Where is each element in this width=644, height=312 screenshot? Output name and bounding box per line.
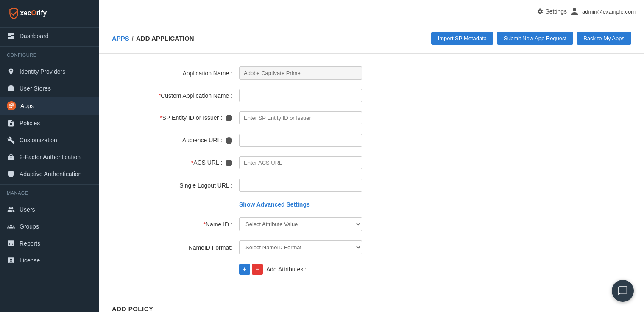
users-icon bbox=[7, 205, 15, 214]
user-avatar-icon bbox=[570, 7, 579, 16]
single-logout-row: Single Logout URL : bbox=[112, 179, 631, 192]
application-name-input[interactable] bbox=[239, 66, 362, 80]
sidebar-item-reports[interactable]: Reports bbox=[0, 235, 99, 252]
groups-icon bbox=[7, 222, 15, 231]
adaptive-auth-icon bbox=[7, 170, 15, 178]
content-area: APPS / ADD APPLICATION Import SP Metadat… bbox=[99, 23, 644, 312]
name-id-row: *Name ID : Select Attribute Value Email … bbox=[112, 217, 631, 231]
sp-entity-label: *SP Entity ID or Issuer : i bbox=[112, 114, 239, 122]
two-factor-label: 2-Factor Authentication bbox=[20, 154, 81, 160]
adaptive-auth-label: Adaptive Authentication bbox=[20, 171, 81, 177]
page-header: APPS / ADD APPLICATION Import SP Metadat… bbox=[99, 23, 644, 54]
application-name-label: Application Name : bbox=[112, 70, 239, 77]
sidebar-item-2fa[interactable]: 2-Factor Authentication bbox=[0, 149, 99, 166]
custom-app-name-input[interactable] bbox=[239, 89, 362, 102]
sidebar-item-adaptive-auth[interactable]: Adaptive Authentication bbox=[0, 166, 99, 182]
reports-label: Reports bbox=[20, 240, 40, 247]
logo-area: xecOrify bbox=[0, 0, 99, 28]
breadcrumb: APPS / ADD APPLICATION bbox=[112, 35, 194, 42]
breadcrumb-apps-link[interactable]: APPS bbox=[112, 35, 129, 42]
breadcrumb-current-page: ADD APPLICATION bbox=[136, 35, 194, 42]
name-id-select[interactable]: Select Attribute Value Email Username Ph… bbox=[239, 217, 362, 231]
license-icon bbox=[7, 256, 15, 265]
two-factor-icon bbox=[7, 153, 15, 161]
chat-fab-button[interactable] bbox=[612, 280, 634, 302]
sp-entity-input[interactable] bbox=[239, 111, 362, 124]
policies-label: Policies bbox=[20, 120, 40, 127]
customization-label: Customization bbox=[20, 137, 57, 144]
identity-providers-icon bbox=[7, 67, 15, 76]
dashboard-label: Dashboard bbox=[20, 33, 49, 39]
add-attributes-label: Add Attributes : bbox=[266, 266, 307, 273]
apps-label: Apps bbox=[20, 102, 34, 109]
breadcrumb-separator: / bbox=[132, 35, 134, 42]
header-buttons: Import SP Metadata Submit New App Reques… bbox=[431, 32, 631, 45]
submit-new-app-button[interactable]: Submit New App Request bbox=[497, 32, 573, 45]
chat-icon bbox=[617, 285, 628, 296]
custom-app-name-row: *Custom Application Name : bbox=[112, 89, 631, 102]
show-advanced-settings-link[interactable]: Show Advanced Settings bbox=[239, 201, 310, 208]
application-name-row: Application Name : bbox=[112, 66, 631, 80]
sidebar-item-license[interactable]: License bbox=[0, 252, 99, 269]
name-id-label: *Name ID : bbox=[112, 221, 239, 228]
sidebar: xecOrify Dashboard Configure Identity Pr… bbox=[0, 0, 99, 312]
divider-configure bbox=[0, 46, 99, 47]
sp-entity-row: *SP Entity ID or Issuer : i bbox=[112, 111, 631, 124]
sidebar-item-dashboard[interactable]: Dashboard bbox=[0, 28, 99, 44]
nameid-format-label: NameID Format: bbox=[112, 244, 239, 251]
add-attribute-plus-button[interactable]: + bbox=[239, 264, 250, 275]
sidebar-item-users[interactable]: Users bbox=[0, 201, 99, 218]
settings-label: Settings bbox=[545, 8, 567, 15]
add-policy-title: ADD POLICY bbox=[112, 305, 631, 312]
audience-uri-info-icon[interactable]: i bbox=[226, 137, 232, 144]
form-area: Application Name : *Custom Application N… bbox=[99, 54, 644, 297]
dashboard-icon bbox=[7, 32, 15, 40]
svg-text:xecOrify: xecOrify bbox=[20, 9, 47, 17]
user-stores-label: User Stores bbox=[20, 85, 51, 92]
main-wrapper: Settings admin@example.com APPS / ADD AP… bbox=[99, 0, 644, 312]
license-label: License bbox=[20, 257, 40, 264]
single-logout-label: Single Logout URL : bbox=[112, 182, 239, 189]
add-attribute-minus-button[interactable]: − bbox=[252, 264, 263, 275]
acs-url-input[interactable] bbox=[239, 156, 362, 169]
sidebar-item-identity-providers[interactable]: Identity Providers bbox=[0, 63, 99, 80]
add-attributes-row: + − Add Attributes : bbox=[112, 264, 631, 275]
policies-icon bbox=[7, 119, 15, 127]
settings-icon bbox=[537, 8, 544, 15]
sidebar-item-apps[interactable]: Apps bbox=[0, 97, 99, 115]
import-sp-metadata-button[interactable]: Import SP Metadata bbox=[431, 32, 493, 45]
sidebar-item-policies[interactable]: Policies bbox=[0, 115, 99, 132]
page-content: APPS / ADD APPLICATION Import SP Metadat… bbox=[99, 23, 644, 312]
divider-manage bbox=[0, 184, 99, 185]
divider-manage-bottom bbox=[0, 199, 99, 199]
acs-url-label: *ACS URL : i bbox=[112, 159, 239, 167]
sidebar-item-user-stores[interactable]: User Stores bbox=[0, 80, 99, 97]
audience-uri-input[interactable] bbox=[239, 134, 362, 147]
audience-uri-label: Audience URI : i bbox=[112, 137, 239, 144]
customization-icon bbox=[7, 136, 15, 144]
acs-url-info-icon[interactable]: i bbox=[226, 160, 232, 166]
topbar-username: admin@example.com bbox=[582, 8, 636, 15]
settings-link[interactable]: Settings bbox=[537, 8, 567, 15]
users-label: Users bbox=[20, 206, 35, 213]
configure-section-label: Configure bbox=[0, 48, 99, 59]
sp-entity-info-icon[interactable]: i bbox=[226, 115, 232, 121]
nameid-format-select[interactable]: Select NameID Format urn:oasis:names:tc:… bbox=[239, 240, 362, 254]
divider-configure-bottom bbox=[0, 61, 99, 61]
single-logout-input[interactable] bbox=[239, 179, 362, 192]
sidebar-item-groups[interactable]: Groups bbox=[0, 218, 99, 235]
sidebar-item-customization[interactable]: Customization bbox=[0, 132, 99, 149]
nameid-format-row: NameID Format: Select NameID Format urn:… bbox=[112, 240, 631, 254]
acs-url-row: *ACS URL : i bbox=[112, 156, 631, 169]
reports-icon bbox=[7, 239, 15, 248]
groups-label: Groups bbox=[20, 223, 39, 230]
audience-uri-row: Audience URI : i bbox=[112, 134, 631, 147]
back-to-apps-button[interactable]: Back to My Apps bbox=[577, 32, 631, 45]
apps-icon bbox=[7, 101, 16, 110]
add-policy-section: ADD POLICY bbox=[99, 297, 644, 312]
topbar: Settings admin@example.com bbox=[99, 0, 644, 23]
brand-logo: xecOrify bbox=[7, 6, 58, 21]
manage-section-label: Manage bbox=[0, 186, 99, 197]
topbar-right: Settings admin@example.com bbox=[537, 7, 636, 16]
custom-app-name-label: *Custom Application Name : bbox=[112, 92, 239, 99]
